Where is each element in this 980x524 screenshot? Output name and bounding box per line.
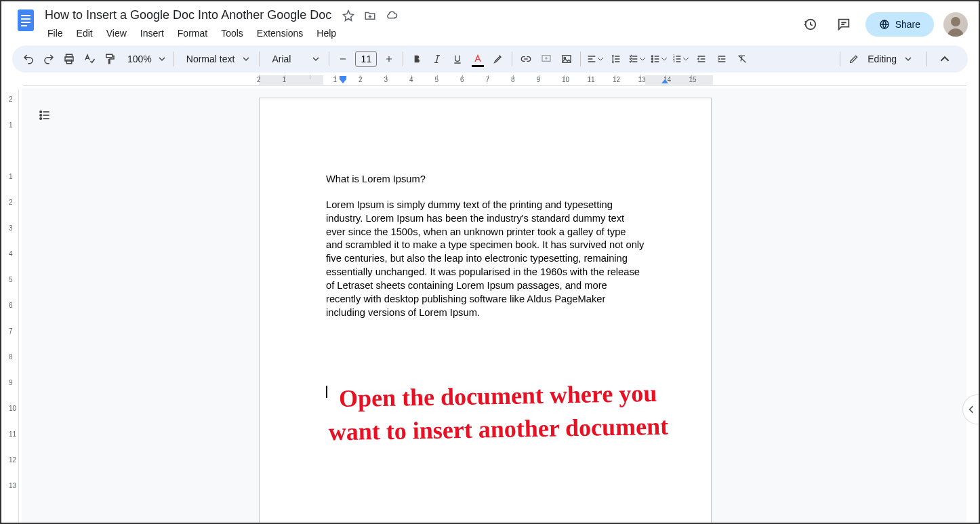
bulleted-list-icon[interactable] bbox=[649, 49, 669, 68]
bold-icon[interactable] bbox=[407, 49, 426, 68]
doc-heading[interactable]: What is Lorem Ipsum? bbox=[326, 173, 645, 186]
italic-icon[interactable] bbox=[428, 49, 447, 68]
svg-rect-4 bbox=[21, 25, 27, 26]
undo-icon[interactable] bbox=[19, 49, 38, 68]
align-icon[interactable] bbox=[585, 49, 605, 68]
underline-icon[interactable] bbox=[448, 49, 467, 68]
highlight-icon[interactable] bbox=[489, 49, 508, 68]
docs-logo-icon[interactable] bbox=[12, 7, 39, 34]
pencil-icon bbox=[849, 54, 859, 64]
menu-edit[interactable]: Edit bbox=[71, 25, 98, 41]
star-icon[interactable] bbox=[342, 9, 354, 22]
share-label: Share bbox=[895, 19, 920, 30]
header: How to Insert a Google Doc Into Another … bbox=[1, 1, 979, 41]
share-button[interactable]: Share bbox=[865, 12, 934, 37]
increase-indent-icon[interactable] bbox=[712, 49, 731, 68]
svg-point-17 bbox=[652, 61, 653, 62]
style-value: Normal text bbox=[184, 54, 238, 64]
decrease-indent-icon[interactable] bbox=[692, 49, 711, 68]
numbered-list-icon[interactable]: 123 bbox=[670, 49, 691, 68]
chevron-down-icon bbox=[905, 56, 912, 62]
doc-paragraph[interactable]: Lorem Ipsum is simply dummy text of the … bbox=[326, 199, 645, 320]
title-area: How to Insert a Google Doc Into Another … bbox=[42, 7, 798, 41]
outline-toggle-icon[interactable] bbox=[33, 103, 57, 127]
horizontal-ruler[interactable]: 21123456789101112131415 bbox=[1, 75, 979, 86]
increase-font-icon[interactable] bbox=[380, 49, 399, 68]
font-size-input[interactable]: 11 bbox=[355, 51, 377, 67]
comments-icon[interactable] bbox=[832, 12, 856, 37]
menu-tools[interactable]: Tools bbox=[216, 25, 249, 41]
checklist-icon[interactable] bbox=[627, 49, 647, 68]
menu-view[interactable]: View bbox=[101, 25, 132, 41]
svg-point-23 bbox=[40, 118, 42, 120]
chevron-down-icon bbox=[243, 56, 249, 62]
menu-file[interactable]: File bbox=[42, 25, 68, 41]
collapse-toolbar-icon[interactable] bbox=[935, 49, 954, 68]
move-icon[interactable] bbox=[364, 9, 376, 22]
svg-rect-0 bbox=[18, 9, 34, 31]
svg-rect-13 bbox=[563, 56, 571, 63]
svg-rect-3 bbox=[21, 22, 30, 23]
indent-marker-left[interactable] bbox=[340, 76, 346, 84]
menu-bar: File Edit View Insert Format Tools Exten… bbox=[42, 25, 798, 41]
document-page[interactable]: What is Lorem Ipsum? Lorem Ipsum is simp… bbox=[259, 98, 712, 523]
svg-point-21 bbox=[40, 111, 42, 113]
svg-rect-2 bbox=[21, 18, 30, 20]
globe-lock-icon bbox=[879, 19, 890, 30]
annotation-overlay: Open the document where you want to inse… bbox=[321, 376, 675, 448]
menu-insert[interactable]: Insert bbox=[135, 25, 169, 41]
chevron-down-icon bbox=[312, 56, 319, 62]
svg-point-16 bbox=[652, 58, 653, 60]
paragraph-style-picker[interactable]: Normal text bbox=[178, 54, 256, 64]
clear-format-icon[interactable] bbox=[733, 49, 752, 68]
insert-link-icon[interactable] bbox=[516, 49, 535, 68]
zoom-value: 100% bbox=[125, 54, 155, 64]
svg-point-7 bbox=[951, 17, 960, 26]
editing-mode-picker[interactable]: Editing bbox=[830, 49, 961, 68]
spellcheck-icon[interactable] bbox=[80, 49, 99, 68]
line-spacing-icon[interactable] bbox=[607, 49, 626, 68]
svg-text:3: 3 bbox=[673, 60, 675, 63]
text-color-icon[interactable] bbox=[468, 49, 487, 68]
paint-format-icon[interactable] bbox=[100, 49, 119, 68]
indent-marker-right[interactable] bbox=[661, 79, 668, 85]
document-title[interactable]: How to Insert a Google Doc Into Another … bbox=[42, 7, 334, 24]
chevron-down-icon bbox=[159, 56, 165, 62]
vertical-ruler[interactable]: 2112345678910111213 bbox=[7, 89, 19, 523]
menu-help[interactable]: Help bbox=[311, 25, 342, 41]
menu-format[interactable]: Format bbox=[172, 25, 213, 41]
history-icon[interactable] bbox=[798, 12, 822, 37]
decrease-font-icon[interactable] bbox=[333, 49, 352, 68]
redo-icon[interactable] bbox=[39, 49, 58, 68]
svg-point-15 bbox=[652, 56, 653, 57]
svg-rect-1 bbox=[21, 15, 30, 16]
insert-image-icon[interactable] bbox=[557, 49, 576, 68]
account-avatar[interactable] bbox=[943, 12, 968, 37]
zoom-picker[interactable]: 100% bbox=[121, 54, 169, 64]
menu-extensions[interactable]: Extensions bbox=[251, 25, 308, 41]
print-icon[interactable] bbox=[60, 49, 79, 68]
add-comment-icon[interactable] bbox=[537, 49, 556, 68]
font-picker[interactable]: Arial bbox=[264, 54, 325, 64]
mode-value: Editing bbox=[865, 54, 899, 64]
toolbar: 100% Normal text Arial 11 123 Editing bbox=[12, 45, 968, 73]
cloud-status-icon[interactable] bbox=[386, 9, 398, 22]
font-value: Arial bbox=[269, 54, 293, 64]
svg-point-22 bbox=[40, 115, 42, 117]
svg-rect-11 bbox=[106, 54, 113, 58]
document-canvas[interactable]: What is Lorem Ipsum? Lorem Ipsum is simp… bbox=[22, 88, 966, 523]
